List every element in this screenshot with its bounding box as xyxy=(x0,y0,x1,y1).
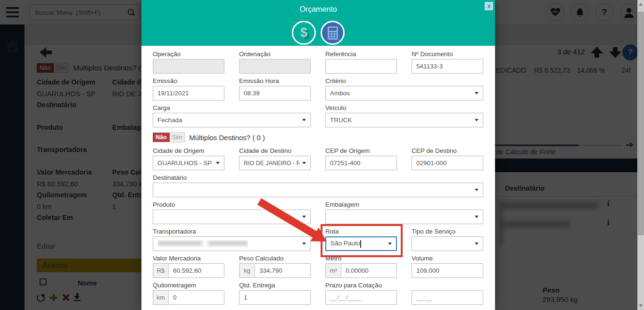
field-ordenacao: Ordenação xyxy=(239,50,311,74)
chevron-down-icon xyxy=(388,243,392,245)
documento-input[interactable] xyxy=(412,59,483,73)
toggle-nao[interactable]: Não xyxy=(153,133,170,142)
field-valor-mercadoria: Valor Mercadoria R$ xyxy=(153,255,224,278)
orcamento-modal: Orçamento x $ xyxy=(141,0,495,310)
field-produto: Produto xyxy=(153,201,311,224)
toggle-label: Múltiplos Destinos? ( 0 ) xyxy=(189,134,265,142)
field-criterio: Critério Ambos xyxy=(325,77,483,101)
field-volume: Volume xyxy=(412,255,483,278)
emissao-input[interactable] xyxy=(153,86,224,100)
km-unit: km xyxy=(153,291,169,304)
destinatario-select[interactable] xyxy=(153,183,483,197)
field-emissao-hora: Emissão Hora xyxy=(239,77,311,101)
app-screen: ? Dashboard Orçamento d x Nota xyxy=(0,0,644,310)
chevron-down-icon xyxy=(302,119,306,121)
modal-title: Orçamento xyxy=(141,0,495,14)
pricing-mode-button[interactable]: $ xyxy=(292,21,316,45)
carga-select[interactable]: Fechada xyxy=(153,113,311,127)
cidade-origem-select[interactable]: GUARULHOS - SP xyxy=(153,156,224,170)
field-documento: Nº Documento xyxy=(412,50,483,74)
modal-form: Operação Ordenação Referência Nº Documen… xyxy=(141,46,495,305)
field-transportadora: Transportadora xyxy=(153,228,311,251)
scrollbar-thumb[interactable] xyxy=(638,12,644,235)
scroll-up-icon[interactable] xyxy=(639,3,643,6)
criterio-select[interactable]: Ambos xyxy=(325,86,483,101)
field-carga: Carga Fechada xyxy=(153,104,311,127)
field-metro: Metro m³ xyxy=(325,255,397,278)
dollar-icon: $ xyxy=(300,25,307,40)
field-destinatario: Destinatário xyxy=(153,174,483,197)
metro-input[interactable] xyxy=(341,264,396,277)
toggle-sim[interactable]: Sim xyxy=(170,132,185,142)
veiculo-select[interactable]: TRUCK xyxy=(325,113,483,127)
field-emissao: Emissão xyxy=(153,77,224,101)
field-prazo-cotacao: Prazo para Cotação xyxy=(325,282,397,305)
valor-mercadoria-input[interactable] xyxy=(169,264,224,277)
close-icon[interactable]: x xyxy=(485,2,493,10)
text-cursor xyxy=(360,240,361,248)
modal-header: Orçamento x $ xyxy=(141,0,495,46)
field-veiculo: Veículo TRUCK xyxy=(325,104,483,127)
chevron-down-icon xyxy=(475,119,479,121)
field-cidade-destino: Cidade de Destino RIO DE JANEIRO - RJ xyxy=(239,147,311,170)
cidade-destino-select[interactable]: RIO DE JANEIRO - RJ xyxy=(239,156,311,170)
field-cidade-origem: Cidade de Origem GUARULHOS - SP xyxy=(153,147,224,170)
prazo-hora-input[interactable] xyxy=(412,291,483,304)
operacao-input xyxy=(153,59,224,74)
field-cep-destino: CEP de Destino xyxy=(412,147,483,170)
referencia-input[interactable] xyxy=(326,59,396,73)
redacted-value xyxy=(157,240,248,247)
field-peso-calculado: Peso Calculado kg xyxy=(239,255,311,278)
scroll-down-icon[interactable] xyxy=(639,304,643,307)
chevron-down-icon xyxy=(302,162,306,164)
emissao-hora-input[interactable] xyxy=(239,86,310,100)
rota-select[interactable]: São Paulo xyxy=(325,236,397,251)
chevron-down-icon xyxy=(475,216,479,218)
m3-unit: m³ xyxy=(326,264,341,277)
quilometragem-input[interactable] xyxy=(169,291,224,304)
field-tipo-servico: Tipo de Serviço xyxy=(412,228,483,251)
ordenacao-input xyxy=(239,59,311,74)
produto-select[interactable] xyxy=(153,209,311,224)
currency-unit: R$ xyxy=(153,264,169,277)
qtd-entrega-input[interactable] xyxy=(239,291,310,304)
peso-calculado-input[interactable] xyxy=(255,264,310,277)
chevron-down-icon xyxy=(302,243,306,245)
chevron-down-icon xyxy=(475,243,479,245)
chevron-down-icon xyxy=(475,189,479,191)
field-qtd-entrega: Qtd. Entrega xyxy=(239,282,311,305)
embalagem-select[interactable] xyxy=(325,209,483,224)
field-cep-origem: CEP de Origem xyxy=(325,147,397,170)
calculator-mode-button[interactable] xyxy=(321,21,345,45)
cep-destino-input[interactable] xyxy=(412,156,483,170)
field-rota: Rota São Paulo xyxy=(325,228,397,251)
vertical-scrollbar[interactable] xyxy=(637,0,644,310)
tipo-servico-select[interactable] xyxy=(412,236,483,251)
chevron-down-icon xyxy=(475,92,479,94)
chevron-down-icon xyxy=(216,162,220,164)
transportadora-select[interactable] xyxy=(153,236,311,251)
multiplos-destinos-toggle: Não Sim Múltiplos Destinos? ( 0 ) xyxy=(153,131,483,143)
kg-unit: kg xyxy=(239,264,255,277)
prazo-cotacao-input[interactable] xyxy=(326,291,396,304)
field-quilometragem: Quilometragem km xyxy=(153,282,224,305)
cep-origem-input[interactable] xyxy=(326,156,396,170)
field-referencia: Referência xyxy=(325,50,397,74)
calculator-icon xyxy=(326,25,339,41)
chevron-down-icon xyxy=(302,216,306,218)
field-embalagem: Embalagem xyxy=(325,201,483,224)
field-prazo-hora xyxy=(412,282,483,305)
volume-input[interactable] xyxy=(412,264,483,277)
field-operacao: Operação xyxy=(153,50,224,74)
